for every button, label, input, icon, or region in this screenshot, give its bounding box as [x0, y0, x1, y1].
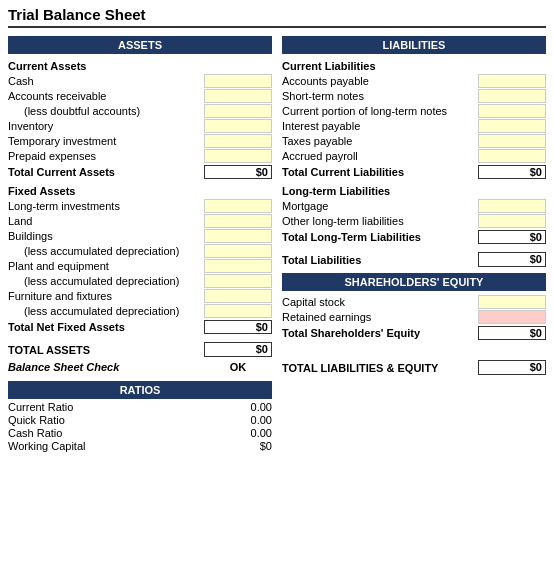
list-item: Temporary investment [8, 134, 272, 148]
item-label: Short-term notes [282, 90, 478, 102]
furniture-input[interactable] [204, 289, 272, 303]
taxes-payable-input[interactable] [478, 134, 546, 148]
item-label: Buildings [8, 230, 204, 242]
total-net-fixed-assets-value: $0 [204, 320, 272, 334]
item-label: Long-term investments [8, 200, 204, 212]
ratio-label: Cash Ratio [8, 427, 204, 439]
list-item: Land [8, 214, 272, 228]
item-label: Current portion of long-term notes [282, 105, 478, 117]
list-item: Working Capital $0 [8, 440, 272, 452]
accounts-receivable-input[interactable] [204, 89, 272, 103]
current-assets-title: Current Assets [8, 60, 272, 72]
item-label: Retained earnings [282, 311, 478, 323]
grand-total-value: $0 [478, 360, 546, 375]
current-portion-input[interactable] [478, 104, 546, 118]
item-label: Interest payable [282, 120, 478, 132]
list-item: Capital stock [282, 295, 546, 309]
item-label: (less accumulated depreciation) [8, 275, 204, 287]
ratio-value: 0.00 [204, 414, 272, 426]
ratio-value: $0 [204, 440, 272, 452]
balance-check-value: OK [204, 361, 272, 373]
current-liabilities-title: Current Liabilities [282, 60, 546, 72]
item-label: Taxes payable [282, 135, 478, 147]
list-item: (less accumulated depreciation) [8, 244, 272, 258]
item-label: Temporary investment [8, 135, 204, 147]
item-label: (less doubtful accounts) [8, 105, 204, 117]
list-item: Cash [8, 74, 272, 88]
temp-investment-input[interactable] [204, 134, 272, 148]
furniture-depr-input[interactable] [204, 304, 272, 318]
item-label: Land [8, 215, 204, 227]
mortgage-input[interactable] [478, 199, 546, 213]
item-label: Accounts payable [282, 75, 478, 87]
total-liabilities-value: $0 [478, 252, 546, 267]
list-item: Accrued payroll [282, 149, 546, 163]
item-label: Mortgage [282, 200, 478, 212]
list-item: (less doubtful accounts) [8, 104, 272, 118]
list-item: Prepaid expenses [8, 149, 272, 163]
list-item: Cash Ratio 0.00 [8, 427, 272, 439]
buildings-depr-input[interactable] [204, 244, 272, 258]
list-item: Other long-term liabilities [282, 214, 546, 228]
plant-depr-input[interactable] [204, 274, 272, 288]
retained-earnings-input[interactable] [478, 310, 546, 324]
buildings-input[interactable] [204, 229, 272, 243]
total-label: Total Current Liabilities [282, 166, 478, 178]
cash-input[interactable] [204, 74, 272, 88]
capital-stock-input[interactable] [478, 295, 546, 309]
land-input[interactable] [204, 214, 272, 228]
item-label: (less accumulated depreciation) [8, 245, 204, 257]
total-current-liabilities-row: Total Current Liabilities $0 [282, 165, 546, 179]
balance-check-label: Balance Sheet Check [8, 361, 204, 373]
longterm-investments-input[interactable] [204, 199, 272, 213]
total-current-assets-row: Total Current Assets $0 [8, 165, 272, 179]
list-item: Taxes payable [282, 134, 546, 148]
less-doubtful-input[interactable] [204, 104, 272, 118]
accrued-payroll-input[interactable] [478, 149, 546, 163]
longterm-liabilities-title: Long-term Liabilities [282, 185, 546, 197]
item-label: Cash [8, 75, 204, 87]
total-assets-label: TOTAL ASSETS [8, 344, 204, 356]
list-item: Quick Ratio 0.00 [8, 414, 272, 426]
total-liabilities-row: Total Liabilities $0 [282, 252, 546, 267]
ratio-label: Working Capital [8, 440, 204, 452]
ratio-value: 0.00 [204, 401, 272, 413]
list-item: Current Ratio 0.00 [8, 401, 272, 413]
total-assets-value: $0 [204, 342, 272, 357]
prepaid-expenses-input[interactable] [204, 149, 272, 163]
ratio-label: Quick Ratio [8, 414, 204, 426]
fixed-assets-title: Fixed Assets [8, 185, 272, 197]
assets-header: ASSETS [8, 36, 272, 54]
item-label: Furniture and fixtures [8, 290, 204, 302]
ratio-label: Current Ratio [8, 401, 204, 413]
list-item: (less accumulated depreciation) [8, 304, 272, 318]
total-longterm-liabilities-value: $0 [478, 230, 546, 244]
assets-column: ASSETS Current Assets Cash Accounts rece… [8, 36, 272, 453]
list-item: (less accumulated depreciation) [8, 274, 272, 288]
total-label: Total Shareholders' Equity [282, 327, 478, 339]
other-longterm-input[interactable] [478, 214, 546, 228]
item-label: Plant and equipment [8, 260, 204, 272]
list-item: Furniture and fixtures [8, 289, 272, 303]
list-item: Long-term investments [8, 199, 272, 213]
list-item: Mortgage [282, 199, 546, 213]
list-item: Accounts payable [282, 74, 546, 88]
list-item: Current portion of long-term notes [282, 104, 546, 118]
ratios-header: RATIOS [8, 381, 272, 399]
short-term-notes-input[interactable] [478, 89, 546, 103]
list-item: Buildings [8, 229, 272, 243]
liabilities-header: LIABILITIES [282, 36, 546, 54]
accounts-payable-input[interactable] [478, 74, 546, 88]
total-current-liabilities-value: $0 [478, 165, 546, 179]
interest-payable-input[interactable] [478, 119, 546, 133]
plant-equipment-input[interactable] [204, 259, 272, 273]
item-label: (less accumulated depreciation) [8, 305, 204, 317]
balance-check-row: Balance Sheet Check OK [8, 361, 272, 373]
grand-total-row: TOTAL LIABILITIES & EQUITY $0 [282, 360, 546, 375]
inventory-input[interactable] [204, 119, 272, 133]
liabilities-column: LIABILITIES Current Liabilities Accounts… [282, 36, 546, 453]
item-label: Accounts receivable [8, 90, 204, 102]
page-title: Trial Balance Sheet [8, 6, 546, 28]
total-liabilities-label: Total Liabilities [282, 254, 478, 266]
grand-total-label: TOTAL LIABILITIES & EQUITY [282, 362, 478, 374]
